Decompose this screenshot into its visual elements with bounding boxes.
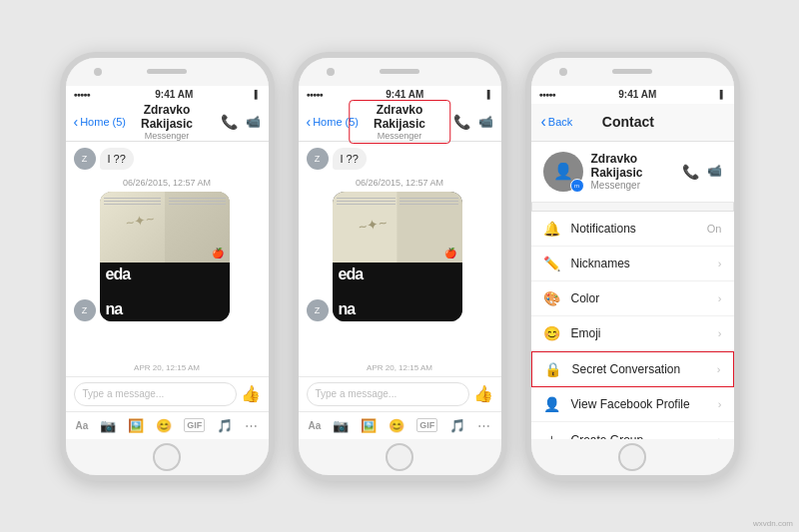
video-icon-1[interactable]: 📹 bbox=[246, 115, 261, 129]
contact-full-name: Zdravko Rakijasic bbox=[591, 152, 674, 180]
first-msg-row-2: Z I ?? bbox=[299, 142, 501, 172]
plus-icon: + bbox=[543, 431, 561, 439]
contact-action-icons: 📞 📹 bbox=[682, 164, 722, 180]
call-icon[interactable]: 📞 bbox=[682, 164, 699, 180]
notifications-label: Notifications bbox=[571, 222, 697, 236]
secret-chevron: › bbox=[717, 363, 721, 375]
avatar-img-2: Z bbox=[307, 299, 329, 321]
nicknames-label: Nicknames bbox=[571, 257, 708, 270]
phone-icon-2[interactable]: 📞 bbox=[453, 114, 470, 130]
menu-emoji[interactable]: 😊 Emoji › bbox=[531, 316, 734, 351]
contact-info: Zdravko Rakijasic Messenger bbox=[591, 152, 674, 191]
menu-create-group[interactable]: + Create Group › bbox=[531, 422, 734, 439]
book-text-2: na bbox=[106, 301, 123, 317]
book-image-2: 🍎 ~✦~ eda na bbox=[333, 192, 462, 321]
pen-icon: ✏️ bbox=[543, 256, 561, 271]
home-button-3[interactable] bbox=[618, 443, 646, 471]
book-top-1: 🍎 ~✦~ bbox=[100, 192, 230, 264]
profile-icon: 👤 bbox=[543, 396, 561, 412]
time-3: 9:41 AM bbox=[618, 89, 656, 100]
chat-messages-1: Z bbox=[66, 192, 269, 359]
camera-icon-2[interactable]: 📷 bbox=[333, 418, 349, 433]
menu-view-profile[interactable]: 👤 View Facebook Profile › bbox=[531, 387, 734, 422]
phone-icon-1[interactable]: 📞 bbox=[221, 114, 238, 130]
speaker-1 bbox=[147, 69, 187, 74]
first-msg-row-1: Z I ?? bbox=[66, 142, 269, 172]
sticker-icon-1[interactable]: 😊 bbox=[156, 418, 172, 433]
time-2: 9:41 AM bbox=[386, 89, 423, 100]
menu-color[interactable]: 🎨 Color › bbox=[531, 281, 734, 316]
battery-1: ▌ bbox=[255, 90, 261, 99]
more-icon-2[interactable]: ⋯ bbox=[477, 418, 490, 433]
gif-icon-2[interactable]: GIF bbox=[416, 418, 437, 432]
book-bottom-2: eda na bbox=[333, 263, 462, 321]
contact-back-btn[interactable]: ‹ Back bbox=[541, 113, 573, 131]
like-icon-2[interactable]: 👍 bbox=[473, 384, 493, 403]
image-icon-2[interactable]: 🖼️ bbox=[361, 418, 377, 433]
image-msg-1: Z bbox=[74, 192, 261, 321]
book-text-1: eda bbox=[106, 266, 131, 282]
contact-nav-title: Contact bbox=[602, 114, 694, 130]
back-arrow-icon-2: ‹ bbox=[307, 114, 312, 130]
aa-icon-1[interactable]: Aa bbox=[76, 420, 89, 431]
sticker-icon-2[interactable]: 😊 bbox=[389, 418, 404, 433]
menu-nicknames[interactable]: ✏️ Nicknames › bbox=[531, 247, 734, 281]
phone-bottom-1 bbox=[66, 439, 269, 475]
watermark: wxvdn.com bbox=[753, 519, 793, 528]
more-icon-1[interactable]: ⋯ bbox=[245, 418, 258, 433]
avatar-initial: 👤 bbox=[553, 162, 573, 181]
color-chevron: › bbox=[718, 292, 722, 304]
type-input-2[interactable]: Type a message... bbox=[307, 382, 469, 406]
nav-bar-2: ‹ Home (5) Zdravko Rakijasic Messenger 📞… bbox=[299, 104, 501, 142]
avatar-1: Z bbox=[74, 148, 96, 170]
contact-app-name: Messenger bbox=[591, 180, 674, 191]
audio-icon-1[interactable]: 🎵 bbox=[217, 418, 233, 433]
phone-top-3 bbox=[531, 58, 734, 86]
nav-title-2: Zdravko Rakijasic bbox=[356, 103, 443, 132]
phone-bottom-2 bbox=[299, 439, 501, 475]
home-button-2[interactable] bbox=[386, 443, 413, 471]
view-profile-label: View Facebook Profile bbox=[571, 397, 708, 411]
signal-2: ●●●●● bbox=[307, 91, 323, 98]
book-top-2: 🍎 ~✦~ bbox=[333, 192, 462, 264]
chat-area-1: Z I ?? 06/26/2015, 12:57 AM Z bbox=[66, 142, 269, 376]
menu-secret-conversation[interactable]: 🔒 Secret Conversation › bbox=[531, 351, 734, 387]
camera-dot-2 bbox=[327, 68, 335, 76]
status-left-2: ●●●●● bbox=[307, 91, 323, 98]
video-call-icon[interactable]: 📹 bbox=[707, 164, 722, 180]
back-label: Back bbox=[548, 116, 572, 128]
audio-icon-2[interactable]: 🎵 bbox=[449, 418, 465, 433]
gif-icon-1[interactable]: GIF bbox=[184, 418, 205, 432]
video-icon-2[interactable]: 📹 bbox=[478, 115, 493, 129]
chat-messages-2: Z bbox=[299, 192, 501, 359]
back-arrow-icon-3: ‹ bbox=[541, 113, 546, 131]
aa-icon-2[interactable]: Aa bbox=[309, 420, 322, 431]
status-left-1: ●●●●● bbox=[74, 91, 94, 98]
speaker-2 bbox=[380, 69, 419, 74]
nav-bar-1: ‹ Home (5) Zdravko Rakijasic Messenger 📞… bbox=[66, 104, 269, 142]
like-icon-1[interactable]: 👍 bbox=[241, 384, 261, 403]
lock-icon: 🔒 bbox=[544, 361, 562, 377]
notifications-value: On bbox=[707, 223, 722, 235]
contact-scroll: 🔔 Notifications On ✏️ Nicknames › 🎨 Colo… bbox=[531, 203, 734, 439]
phone-top-2 bbox=[299, 58, 501, 86]
chat-date-2: 06/26/2015, 12:57 AM bbox=[299, 172, 501, 192]
image-msg-2: Z bbox=[307, 192, 493, 321]
phone-bottom-3 bbox=[531, 439, 734, 475]
menu-notifications[interactable]: 🔔 Notifications On bbox=[531, 212, 734, 247]
status-left-3: ●●●●● bbox=[539, 91, 555, 98]
nicknames-chevron: › bbox=[718, 258, 722, 269]
secret-conversation-label: Secret Conversation bbox=[572, 362, 707, 376]
phone-1: ●●●●● 9:41 AM ▌ ‹ Home (5) Zdravko Rakij… bbox=[60, 52, 275, 481]
type-input-1[interactable]: Type a message... bbox=[74, 382, 237, 406]
phone-top-1 bbox=[66, 58, 269, 86]
status-bar-3: ●●●●● 9:41 AM ▌ bbox=[531, 86, 734, 104]
contact-header: 👤 m Zdravko Rakijasic Messenger 📞 📹 bbox=[531, 142, 734, 203]
profile-chevron: › bbox=[718, 398, 722, 410]
camera-icon-1[interactable]: 📷 bbox=[100, 418, 116, 433]
palette-icon: 🎨 bbox=[543, 290, 561, 306]
image-icon-1[interactable]: 🖼️ bbox=[128, 418, 144, 433]
home-button-1[interactable] bbox=[153, 443, 181, 471]
emoji-label: Emoji bbox=[571, 326, 708, 340]
menu-section-1: 🔔 Notifications On ✏️ Nicknames › 🎨 Colo… bbox=[531, 211, 734, 439]
